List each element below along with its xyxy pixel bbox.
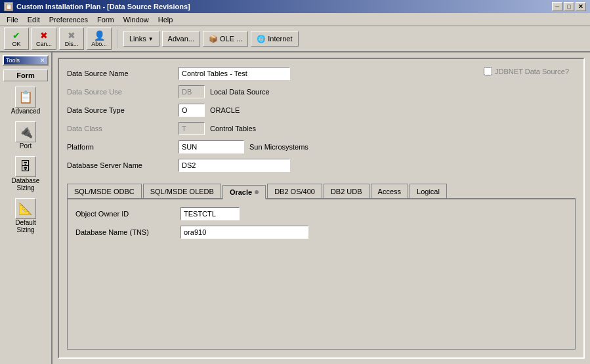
tab-logical-label: Logical (417, 188, 440, 195)
ok-button[interactable]: ✔ OK (4, 28, 29, 50)
minimize-button[interactable]: ─ (552, 2, 562, 11)
ok-icon: ✔ (12, 31, 20, 40)
default-sizing-icon: 📐 (15, 198, 36, 219)
cancel-label: Can... (36, 41, 52, 47)
ole-label: OLE ... (220, 35, 242, 43)
discard-icon: ✖ (68, 31, 75, 40)
links-label: Links (129, 35, 146, 43)
database-sizing-icon: 🗄 (15, 156, 36, 177)
jdbnet-checkbox[interactable] (484, 67, 492, 75)
tabs-container: SQL/MSDE ODBC SQL/MSDE OLEDB Oracle DB2 … (67, 184, 576, 350)
label-data-source-use: Data Source Use (67, 88, 179, 96)
input-object-owner-id[interactable] (180, 207, 240, 220)
jdbnet-section: JDBNET Data Source? (484, 67, 569, 75)
tab-db2-udb[interactable]: DB2 UDB (324, 184, 369, 198)
tab-sql-msde-oledb[interactable]: SQL/MSDE OLEDB (143, 184, 221, 198)
tab-bar: SQL/MSDE ODBC SQL/MSDE OLEDB Oracle DB2 … (67, 184, 576, 199)
sidebar-item-port[interactable]: 🔌 Port (3, 119, 48, 152)
sidebar-item-default-sizing[interactable]: 📐 DefaultSizing (3, 195, 48, 236)
form-fields-section: Data Source Name Data Source Use Local D… (67, 67, 576, 177)
form-row-database-server-name: Database Server Name (67, 159, 576, 172)
menu-bar: File Edit Preferences Form Window Help (0, 13, 590, 26)
links-button[interactable]: Links ▼ (123, 31, 159, 47)
maximize-button[interactable]: □ (564, 2, 574, 11)
tab-db2-udb-label: DB2 UDB (331, 188, 362, 195)
tab-sql-msde-odbc[interactable]: SQL/MSDE ODBC (67, 184, 142, 198)
about-button[interactable]: 👤 Abo... (87, 28, 112, 50)
input-platform[interactable] (179, 140, 244, 153)
advan-button[interactable]: Advan... (162, 31, 200, 47)
form-row-data-class: Data Class Control Tables (67, 122, 576, 135)
title-bar: 📋 Custom Installation Plan - [Data Sourc… (0, 0, 590, 13)
ole-button[interactable]: 📦 OLE ... (203, 31, 248, 47)
label-data-source-name: Data Source Name (67, 70, 179, 77)
label-data-class: Data Class (67, 125, 179, 132)
about-label: Abo... (91, 41, 107, 47)
form-row-object-owner-id: Object Owner ID (75, 207, 567, 220)
input-data-source-type[interactable] (179, 104, 205, 117)
extra-data-class: Control Tables (210, 125, 256, 132)
form-row-data-source-type: Data Source Type ORACLE (67, 104, 576, 117)
menu-preferences[interactable]: Preferences (45, 14, 92, 25)
about-icon: 👤 (94, 31, 105, 40)
extra-data-source-use: Local Data Source (210, 88, 270, 96)
default-sizing-label: DefaultSizing (15, 219, 36, 233)
tools-close[interactable]: ✕ (40, 57, 45, 64)
content-area: Data Source Name Data Source Use Local D… (53, 52, 590, 364)
form-panel: Data Source Name Data Source Use Local D… (58, 58, 585, 359)
discard-button[interactable]: ✖ Dis... (59, 28, 84, 50)
input-data-source-name[interactable] (179, 67, 290, 80)
menu-window[interactable]: Window (119, 14, 153, 25)
menu-file[interactable]: File (3, 14, 22, 25)
internet-icon: 🌐 (257, 35, 266, 43)
label-database-server-name: Database Server Name (67, 161, 179, 169)
tab-db2-os400-label: DB2 OS/400 (274, 188, 315, 195)
tab-sql-msde-oledb-label: SQL/MSDE OLEDB (150, 188, 214, 195)
internet-button[interactable]: 🌐 Internet (251, 31, 298, 47)
links-arrow: ▼ (148, 36, 154, 42)
sidebar-item-database-sizing[interactable]: 🗄 DatabaseSizing (3, 153, 48, 194)
label-object-owner-id: Object Owner ID (75, 210, 180, 218)
window-title: Custom Installation Plan - [Data Source … (16, 3, 190, 10)
internet-label: Internet (268, 35, 292, 43)
tab-oracle-label: Oracle (230, 188, 252, 196)
tab-sql-msde-odbc-label: SQL/MSDE ODBC (74, 188, 135, 195)
tab-access[interactable]: Access (371, 184, 408, 198)
form-row-data-source-use: Data Source Use Local Data Source (67, 85, 576, 98)
jdbnet-label: JDBNET Data Source? (495, 68, 569, 75)
database-sizing-label: DatabaseSizing (12, 177, 40, 192)
form-row-platform: Platform Sun Microsystems (67, 140, 576, 153)
input-database-name-tns[interactable] (180, 226, 308, 239)
cancel-icon: ✖ (40, 31, 48, 40)
tab-logical[interactable]: Logical (410, 184, 447, 198)
app-icon: 📋 (4, 2, 13, 11)
menu-form[interactable]: Form (93, 14, 118, 25)
tab-oracle[interactable]: Oracle (222, 185, 266, 199)
menu-edit[interactable]: Edit (24, 14, 44, 25)
label-platform: Platform (67, 143, 179, 151)
left-panel: Tools ✕ Form 📋 Advanced 🔌 Port 🗄 Databas… (0, 52, 53, 364)
tab-db2-os400[interactable]: DB2 OS/400 (267, 184, 322, 198)
ok-label: OK (12, 41, 20, 47)
ole-icon: 📦 (209, 35, 218, 43)
discard-label: Dis... (65, 41, 79, 47)
sidebar-item-advanced[interactable]: 📋 Advanced (3, 84, 48, 117)
toolbar-separator (117, 30, 118, 48)
menu-help[interactable]: Help (154, 14, 177, 25)
tools-title: Tools (6, 57, 20, 64)
cancel-button[interactable]: ✖ Can... (32, 28, 56, 50)
input-database-server-name[interactable] (179, 159, 290, 172)
input-data-source-use (179, 85, 205, 98)
oracle-tab-content: Object Owner ID Database Name (TNS) (67, 199, 576, 350)
port-label: Port (20, 142, 32, 150)
toolbar: ✔ OK ✖ Can... ✖ Dis... 👤 Abo... Links ▼ … (0, 26, 590, 52)
input-data-class (179, 122, 205, 135)
main-layout: Tools ✕ Form 📋 Advanced 🔌 Port 🗄 Databas… (0, 52, 590, 364)
advanced-icon: 📋 (15, 87, 36, 108)
label-data-source-type: Data Source Type (67, 106, 179, 114)
advan-label: Advan... (168, 35, 194, 43)
close-button[interactable]: ✕ (576, 2, 586, 11)
form-section-label: Form (16, 71, 35, 79)
tab-access-label: Access (378, 188, 401, 195)
extra-data-source-type: ORACLE (210, 106, 240, 114)
